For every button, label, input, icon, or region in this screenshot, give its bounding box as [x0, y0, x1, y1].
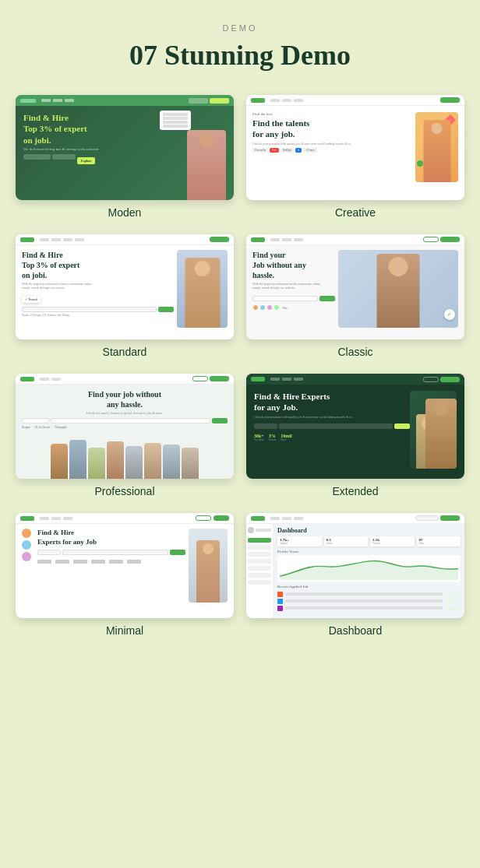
professional-login-btn[interactable]: [192, 376, 208, 381]
dashboard-job-1: [277, 591, 461, 597]
professional-tag-art: UI, Art-Director: [35, 426, 51, 429]
dashboard-nav: [246, 513, 464, 524]
minimal-search-box[interactable]: [62, 550, 168, 555]
page-header: DEMO 07 Stunning Demo: [16, 23, 464, 72]
minimal-reg-btn[interactable]: [214, 515, 229, 521]
demo-thumb-creative[interactable]: Find the best Find the talentsfor any jo…: [246, 95, 464, 200]
extended-stat-1: 30k+ Top Talent: [254, 434, 264, 441]
extended-search-box[interactable]: [279, 423, 393, 429]
moden-nav: [16, 95, 234, 106]
extended-register-btn[interactable]: [440, 377, 460, 382]
professional-nav: [16, 374, 234, 385]
minimal-nav-link-3: [63, 517, 72, 520]
classic-headline: Find yourJob without anyhassle.: [252, 250, 335, 280]
standard-nav-btn[interactable]: [210, 237, 229, 242]
demo-thumb-classic[interactable]: Find yourJob without anyhassle. With the…: [246, 234, 464, 339]
dashboard-nav-link-3: [294, 517, 303, 520]
extended-cat-box[interactable]: [254, 423, 277, 429]
creative-tag-2: PwC: [270, 148, 279, 153]
moden-dd-item-1: [163, 113, 188, 116]
minimal-login-btn[interactable]: [196, 515, 211, 521]
minimal-search-btn[interactable]: [170, 550, 185, 555]
minimal-av-1: [22, 529, 31, 538]
minimal-search-row: [37, 550, 185, 555]
moden-btn[interactable]: Explore: [77, 157, 95, 164]
minimal-av-2: [22, 540, 31, 550]
classic-nav-link-3: [294, 238, 303, 241]
classic-register-btn[interactable]: [440, 237, 460, 242]
dashboard-user-name: [256, 529, 271, 532]
minimal-headline: Find & HireExperts for any Job: [37, 529, 185, 546]
demo-label-dashboard: Dashboard: [329, 624, 383, 637]
extended-login-btn[interactable]: [423, 377, 439, 382]
dashboard-sidebar-item-7[interactable]: [248, 580, 271, 585]
standard-person-img: [177, 250, 228, 328]
classic-search-btn[interactable]: [319, 296, 335, 301]
demo-thumb-dashboard[interactable]: Dashboard 1.7k+ Applied 0.3 Active: [246, 513, 464, 618]
minimal-avatars-left: [22, 529, 31, 561]
dashboard-sidebar-item-5[interactable]: [248, 566, 271, 571]
demo-item-standard[interactable]: Find & HireTop 3% of experton jobi. With…: [16, 234, 234, 358]
dashboard-stats-row: 1.7k+ Applied 0.3 Active 2.1k Viewed: [277, 536, 461, 546]
dashboard-sidebar-item-1[interactable]: [248, 538, 271, 543]
professional-person-4: [107, 441, 124, 479]
creative-tag-1: Powered by: [252, 148, 268, 153]
professional-tag-videography: Videography: [55, 426, 66, 429]
dashboard-sidebar-item-3[interactable]: [248, 552, 271, 557]
dashboard-register-btn[interactable]: [440, 515, 460, 521]
dashboard-sidebar-item-6[interactable]: [248, 573, 271, 578]
demo-item-moden[interactable]: Find & HireTop 3% of experton jobi. We d…: [16, 95, 234, 219]
creative-tag-3: HubSpot: [281, 148, 294, 153]
minimal-person-face: [196, 540, 220, 603]
extended-sub: Unlock your potential with quality job &…: [254, 415, 410, 419]
dashboard-sidebar-item-2[interactable]: [248, 545, 271, 550]
standard-headline: Find & HireTop 3% of experton jobi.: [22, 250, 174, 280]
demo-item-extended[interactable]: Find & Hire Expertsfor any Job. Unlock y…: [246, 374, 464, 497]
classic-person-img: [338, 250, 458, 328]
extended-search-btn[interactable]: [394, 423, 410, 429]
classic-login-btn[interactable]: [423, 237, 439, 242]
demo-thumb-professional[interactable]: Find your job withoutany hassle. Jobi & …: [16, 374, 234, 479]
standard-search-btn[interactable]: [158, 307, 174, 312]
standard-search-box[interactable]: [22, 307, 157, 312]
standard-nav-link-1: [40, 238, 49, 241]
dashboard-search[interactable]: [415, 515, 439, 521]
classic-search-box[interactable]: [252, 296, 318, 301]
demo-item-professional[interactable]: Find your job withoutany hassle. Jobi & …: [16, 374, 234, 497]
demo-item-classic[interactable]: Find yourJob without anyhassle. With the…: [246, 234, 464, 358]
professional-nav-link-2: [51, 378, 61, 381]
dashboard-chart: [277, 555, 461, 582]
professional-logo: [20, 377, 34, 381]
minimal-cat-box[interactable]: [37, 550, 61, 555]
minimal-person-img: [189, 529, 228, 603]
extended-stat-2: 3% Success: [269, 434, 277, 441]
professional-nav-link-1: [40, 378, 49, 381]
demo-item-minimal[interactable]: Find & HireExperts for any Job: [16, 513, 234, 637]
standard-trust-badge: ✓ Trusted: [22, 296, 41, 303]
professional-cat-box[interactable]: [22, 418, 49, 423]
extended-stat-2-num: 3%: [269, 434, 277, 438]
minimal-av-3: [22, 552, 31, 561]
creative-nav-btn[interactable]: [440, 97, 460, 103]
standard-logo: [20, 237, 34, 242]
dashboard-job-3-tag: [445, 606, 461, 610]
professional-register-btn[interactable]: [210, 376, 229, 381]
professional-search-btn[interactable]: [212, 418, 228, 423]
demo-item-dashboard[interactable]: Dashboard 1.7k+ Applied 0.3 Active: [246, 513, 464, 637]
creative-nav-links: [270, 99, 303, 102]
demo-thumb-extended[interactable]: Find & Hire Expertsfor any Job. Unlock y…: [246, 374, 464, 479]
demo-item-creative[interactable]: Find the best Find the talentsfor any jo…: [246, 95, 464, 219]
standard-nav-link-3: [63, 238, 72, 241]
demo-thumb-moden[interactable]: Find & HireTop 3% of experton jobi. We d…: [16, 95, 234, 200]
demo-thumb-standard[interactable]: Find & HireTop 3% of experton jobi. With…: [16, 234, 234, 339]
dashboard-recent-jobs-label: Recent Applied Job: [277, 585, 461, 589]
minimal-brand-google: [37, 560, 51, 564]
classic-sub: With the largest professional media comm…: [252, 282, 335, 290]
professional-search-box[interactable]: [51, 418, 210, 423]
minimal-nav-links: [40, 517, 72, 520]
extended-stat-3-lbl: Hired: [281, 438, 291, 441]
dashboard-sidebar-item-4[interactable]: [248, 559, 271, 564]
demo-thumb-minimal[interactable]: Find & HireExperts for any Job: [16, 513, 234, 618]
moden-logo: [20, 99, 36, 103]
extended-stat-2-lbl: Success: [269, 438, 277, 441]
